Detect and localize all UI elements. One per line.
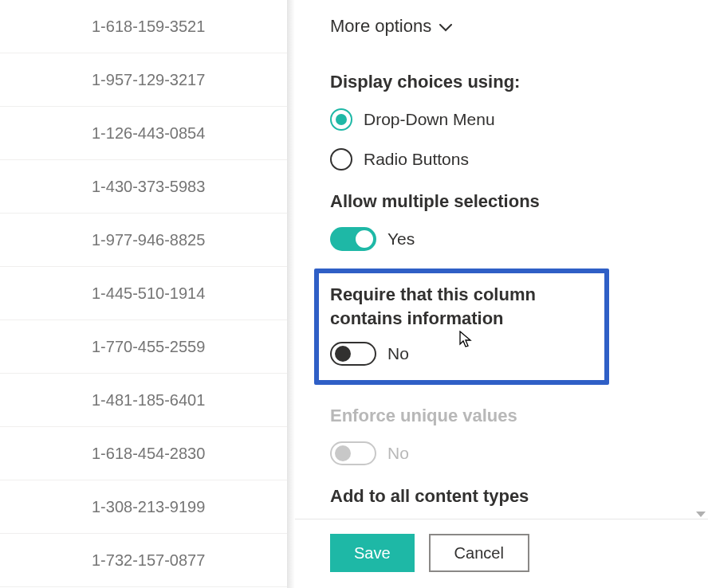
list-item[interactable]: 1-618-159-3521 xyxy=(0,0,287,53)
enforce-unique-toggle-row: No xyxy=(330,441,673,465)
display-choices-group: Drop-Down Menu Radio Buttons xyxy=(330,108,673,171)
save-button[interactable]: Save xyxy=(330,534,415,572)
side-panel: More options Display choices using: Drop… xyxy=(287,0,708,588)
panel-body: More options Display choices using: Drop… xyxy=(295,0,708,519)
more-options-toggle[interactable]: More options xyxy=(330,8,673,51)
chevron-down-icon xyxy=(439,16,452,37)
list-item[interactable]: 1-618-454-2830 xyxy=(0,427,287,480)
enforce-unique-toggle xyxy=(330,441,376,465)
radio-label: Drop-Down Menu xyxy=(364,110,495,129)
cancel-button[interactable]: Cancel xyxy=(429,534,529,572)
more-options-label: More options xyxy=(330,16,431,37)
radio-radio-buttons[interactable]: Radio Buttons xyxy=(330,148,673,171)
require-information-label: Require that this column contains inform… xyxy=(330,283,593,330)
list-item[interactable]: 1-430-373-5983 xyxy=(0,160,287,214)
list-item[interactable]: 1-977-946-8825 xyxy=(0,214,287,267)
list-item[interactable]: 1-957-129-3217 xyxy=(0,53,287,107)
allow-multiple-value: Yes xyxy=(387,229,415,249)
allow-multiple-toggle-row: Yes xyxy=(330,227,673,251)
list-item[interactable]: 1-770-455-2559 xyxy=(0,320,287,374)
radio-dropdown-menu[interactable]: Drop-Down Menu xyxy=(330,108,673,131)
enforce-unique-label: Enforce unique values xyxy=(330,404,673,428)
scroll-down-icon xyxy=(696,512,706,517)
column-settings-panel: More options Display choices using: Drop… xyxy=(295,0,708,588)
panel-footer: Save Cancel xyxy=(295,519,708,588)
app-root: 1-618-159-3521 1-957-129-3217 1-126-443-… xyxy=(0,0,708,588)
display-choices-label: Display choices using: xyxy=(330,70,673,94)
radio-unselected-icon xyxy=(330,148,352,171)
scrollbar[interactable] xyxy=(694,0,708,519)
require-information-toggle-row: No xyxy=(330,342,593,366)
list-item[interactable]: 1-481-185-6401 xyxy=(0,374,287,427)
list-item[interactable]: 1-732-157-0877 xyxy=(0,534,287,587)
allow-multiple-toggle[interactable] xyxy=(330,227,376,251)
list-item[interactable]: 1-445-510-1914 xyxy=(0,267,287,320)
require-information-highlight: Require that this column contains inform… xyxy=(314,269,609,384)
radio-label: Radio Buttons xyxy=(364,150,469,169)
radio-selected-icon xyxy=(330,108,352,131)
allow-multiple-label: Allow multiple selections xyxy=(330,190,673,214)
add-all-content-types-label: Add to all content types xyxy=(330,484,673,508)
require-information-toggle[interactable] xyxy=(330,342,376,366)
background-list: 1-618-159-3521 1-957-129-3217 1-126-443-… xyxy=(0,0,287,588)
require-information-value: No xyxy=(387,344,409,363)
panel-shadow xyxy=(287,0,295,588)
enforce-unique-value: No xyxy=(387,444,409,463)
list-item[interactable]: 1-308-213-9199 xyxy=(0,480,287,534)
list-item[interactable]: 1-126-443-0854 xyxy=(0,107,287,160)
